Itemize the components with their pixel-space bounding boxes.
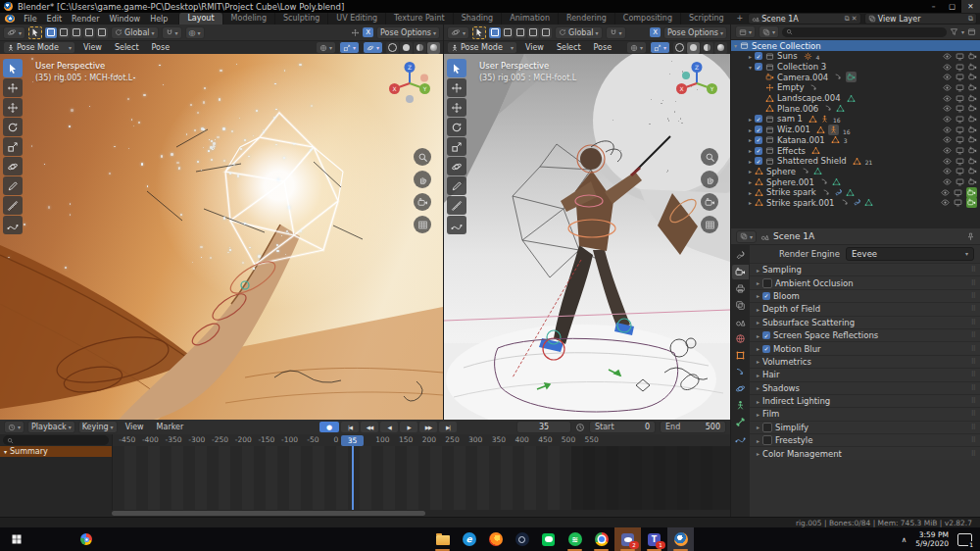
expand-arrow[interactable]: ▸ bbox=[754, 267, 762, 274]
outliner-row-sphere-001[interactable]: ▸Sphere.001 bbox=[731, 176, 980, 187]
camera-toggle-icon[interactable] bbox=[968, 135, 977, 144]
select-mode-button[interactable] bbox=[527, 27, 539, 38]
taskbar-icon-discord[interactable]: 2 bbox=[614, 527, 641, 551]
camera-toggle-icon[interactable] bbox=[968, 104, 977, 113]
new-view-layer-icon[interactable]: ⧉ bbox=[968, 15, 973, 23]
move-tool[interactable] bbox=[447, 98, 466, 117]
new-collection-icon[interactable] bbox=[967, 27, 976, 36]
properties-tab-tool[interactable] bbox=[732, 248, 749, 263]
camera-toggle-icon[interactable] bbox=[968, 94, 977, 103]
box-select-tool[interactable] bbox=[447, 59, 466, 77]
next-keyframe-button[interactable]: ▶▶ bbox=[419, 422, 437, 432]
taskbar-icon-line[interactable] bbox=[535, 527, 562, 551]
expand-arrow[interactable]: ▸ bbox=[746, 147, 755, 154]
mirror-x-toggle[interactable]: X bbox=[363, 27, 373, 37]
expand-arrow[interactable]: ▸ bbox=[754, 279, 762, 286]
outliner-row-empty[interactable]: Empty bbox=[731, 82, 980, 93]
panel-hair[interactable]: ▸Hair⠿ bbox=[750, 368, 980, 380]
select-mode-button[interactable] bbox=[489, 27, 501, 38]
current-frame-field[interactable]: 35 bbox=[516, 421, 571, 433]
outliner-row-scene-collection[interactable]: ▾ Scene Collection bbox=[731, 40, 980, 51]
pose-options-dropdown[interactable]: Pose Options▾ bbox=[376, 26, 440, 39]
collection-checkbox[interactable]: ✓ bbox=[755, 52, 762, 60]
camera-view-button[interactable] bbox=[414, 193, 431, 211]
expand-arrow[interactable]: ▸ bbox=[746, 189, 755, 196]
rotate-tool[interactable] bbox=[3, 118, 23, 136]
menu-select[interactable]: Select bbox=[552, 43, 586, 52]
outliner-row-suns[interactable]: ▸✓Suns4 bbox=[731, 51, 980, 62]
eye-toggle-icon[interactable] bbox=[941, 188, 950, 197]
menu-window[interactable]: Window bbox=[105, 15, 146, 24]
proportional-edit-dropdown[interactable]: ◎▾ bbox=[185, 26, 205, 39]
vp2-canvas[interactable]: User Perspective (35) rig.005 : MCH-foot… bbox=[444, 54, 730, 420]
menu-help[interactable]: Help bbox=[145, 15, 172, 24]
monitor-toggle-icon[interactable] bbox=[956, 177, 964, 186]
taskbar-icon-file-explorer[interactable] bbox=[429, 527, 456, 551]
camera-toggle-icon[interactable] bbox=[968, 167, 977, 175]
monitor-toggle-icon[interactable] bbox=[956, 104, 964, 113]
monitor-toggle-icon[interactable] bbox=[956, 167, 964, 175]
expand-arrow[interactable]: ▸ bbox=[754, 424, 762, 430]
menu-view[interactable]: View bbox=[78, 43, 107, 52]
select-mode-button[interactable] bbox=[45, 27, 57, 38]
select-mode-button[interactable] bbox=[502, 27, 514, 38]
menu-pose[interactable]: Pose bbox=[589, 43, 617, 52]
panel-simplify[interactable]: ▸Simplify⠿ bbox=[750, 421, 980, 433]
browser-pinned-icon[interactable] bbox=[80, 533, 92, 545]
measure-tool[interactable] bbox=[3, 196, 23, 215]
expand-arrow[interactable]: ▾ bbox=[746, 64, 755, 71]
box-select-tool[interactable] bbox=[3, 59, 23, 77]
select-mode-button[interactable] bbox=[96, 27, 108, 38]
auto-key-record-button[interactable]: ● bbox=[319, 422, 339, 432]
select-mode-button[interactable] bbox=[540, 27, 552, 38]
shading-wireframe-button[interactable] bbox=[673, 42, 686, 54]
select-mode-button[interactable] bbox=[83, 27, 95, 38]
collection-checkbox[interactable]: ✓ bbox=[755, 115, 762, 123]
menu-view[interactable]: View bbox=[520, 43, 549, 52]
shading-solid-button[interactable] bbox=[687, 42, 700, 54]
pose-options-dropdown[interactable]: Pose Options▾ bbox=[663, 26, 727, 39]
perspective-toggle-button[interactable] bbox=[701, 216, 718, 233]
collection-checkbox[interactable]: ✓ bbox=[755, 136, 762, 144]
scene-selector[interactable]: Scene 1A ⧉ ✕ bbox=[748, 13, 860, 25]
properties-tab-object[interactable] bbox=[732, 348, 749, 363]
expand-arrow[interactable]: ▸ bbox=[754, 398, 762, 405]
editor-type-selector[interactable]: ▾ bbox=[447, 26, 469, 39]
outliner-row-katana-001[interactable]: ▸✓Katana.0013 bbox=[731, 135, 980, 146]
display-mode-dropdown[interactable]: ▾ bbox=[759, 25, 779, 38]
expand-arrow[interactable]: ▸ bbox=[746, 126, 755, 133]
panel-bloom[interactable]: ▸✓Bloom⠿ bbox=[750, 289, 980, 302]
menu-select[interactable]: Select bbox=[110, 43, 144, 52]
eye-toggle-icon[interactable] bbox=[943, 167, 952, 175]
channel-search-input[interactable] bbox=[3, 435, 109, 445]
panel-indirect-lighting[interactable]: ▸Indirect Lighting⠿ bbox=[750, 394, 980, 407]
panel-checkbox[interactable]: ✓ bbox=[762, 331, 770, 339]
menu-file[interactable]: File bbox=[19, 15, 41, 24]
tab-shading[interactable]: Shading bbox=[453, 13, 502, 25]
scale-tool[interactable] bbox=[3, 137, 23, 156]
shading-rendered-button[interactable] bbox=[427, 42, 440, 54]
panel-depth-of-field[interactable]: ▸Depth of Field⠿ bbox=[750, 302, 980, 315]
eye-toggle-icon[interactable] bbox=[941, 198, 950, 207]
add-workspace-button[interactable]: + bbox=[732, 13, 749, 25]
orientation-dropdown[interactable]: Global▾ bbox=[111, 26, 159, 39]
outliner-row-effects[interactable]: ▸✓Effects bbox=[731, 145, 980, 156]
camera-toggle-icon[interactable] bbox=[968, 115, 977, 124]
mode-dropdown[interactable]: Pose Mode▾ bbox=[3, 41, 75, 54]
monitor-toggle-icon[interactable] bbox=[956, 157, 964, 166]
transform-tool[interactable] bbox=[447, 157, 466, 175]
eye-toggle-icon[interactable] bbox=[943, 177, 952, 186]
unlink-scene-icon[interactable]: ✕ bbox=[852, 15, 858, 23]
expand-arrow[interactable]: ▸ bbox=[754, 411, 762, 418]
eye-toggle-icon[interactable] bbox=[943, 146, 952, 155]
view-menu[interactable]: View bbox=[121, 423, 149, 431]
panel-film[interactable]: ▸Film⠿ bbox=[750, 407, 980, 420]
eye-toggle-icon[interactable] bbox=[943, 83, 952, 92]
properties-tab-constraint[interactable] bbox=[732, 365, 749, 379]
jump-start-button[interactable]: |◀ bbox=[341, 422, 359, 432]
pan-button[interactable] bbox=[414, 171, 431, 188]
overlays-toggle[interactable]: ▾ bbox=[363, 41, 383, 54]
taskbar-icon-chrome[interactable] bbox=[588, 527, 614, 551]
active-tool-button[interactable] bbox=[28, 26, 42, 39]
camera-toggle-icon[interactable] bbox=[968, 146, 977, 155]
